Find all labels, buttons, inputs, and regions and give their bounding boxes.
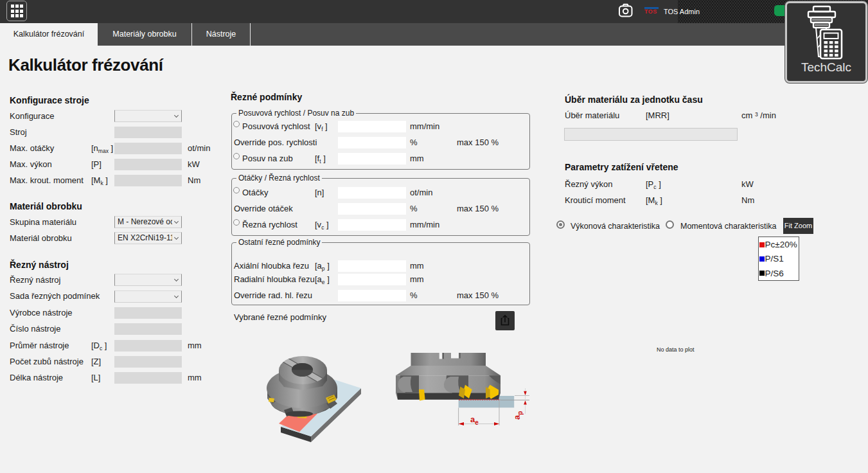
svg-text:ap: ap bbox=[512, 411, 524, 420]
svg-text:ae: ae bbox=[470, 415, 479, 426]
